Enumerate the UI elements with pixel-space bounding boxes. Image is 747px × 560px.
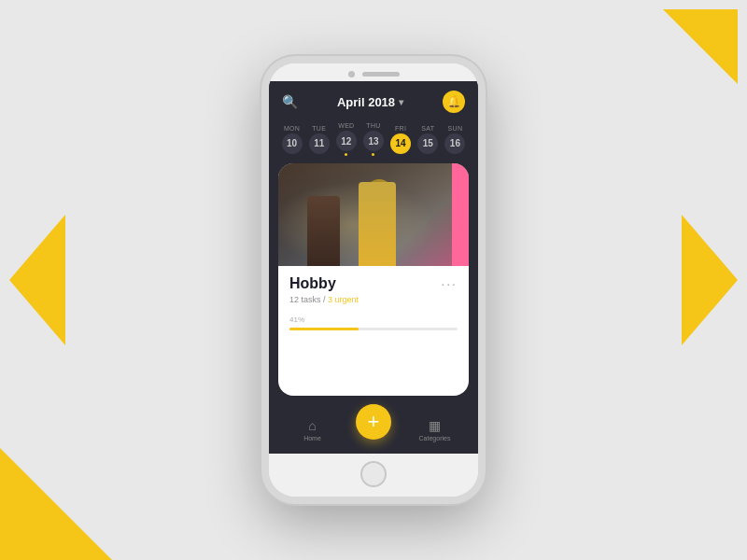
card-image [278,163,469,266]
cal-day-mon[interactable]: MON 10 [282,125,303,154]
svg-marker-1 [682,215,738,345]
cal-dot-thu [372,153,374,156]
cal-day-name-tue: TUE [312,125,326,132]
cal-day-sun[interactable]: SUN 16 [444,125,465,154]
urgent-count: 3 urgent [328,295,359,304]
progress-label: 41% [289,315,458,324]
header-title-area: April 2018 ▾ [337,95,403,109]
cal-day-num-wed: 12 [336,131,357,151]
cal-day-sat[interactable]: SAT 15 [417,125,438,154]
app-header: 🔍 April 2018 ▾ 🔔 [269,81,478,119]
phone-top-bar [269,63,478,81]
cal-day-wed[interactable]: WED 12 [336,122,357,156]
bottom-nav: ⌂ Home + ▦ Categories [269,405,478,454]
svg-marker-0 [9,215,65,345]
cal-day-name-fri: FRI [395,125,406,132]
card-title: Hobby [289,275,336,292]
fab-plus-icon: + [368,410,380,434]
deco-corner-bottom-left [0,448,112,560]
cal-day-fri[interactable]: FRI 14 [390,125,411,154]
hobby-card[interactable]: Hobby ··· 12 tasks / 3 urgent 41% [278,163,469,396]
month-year-label: April 2018 [337,95,395,109]
cal-day-name-sat: SAT [421,125,434,132]
card-body: Hobby ··· 12 tasks / 3 urgent 41% [278,266,469,396]
calendar-strip: MON 10 TUE 11 WED 12 THU 13 FRI 14 [269,119,478,163]
progress-bar-fill [289,328,359,330]
cal-day-name-sun: SUN [448,125,463,132]
card-title-row: Hobby ··· [289,275,458,292]
card-menu-button[interactable]: ··· [441,276,458,291]
app-screen: 🔍 April 2018 ▾ 🔔 MON 10 TUE 11 WED 12 [269,81,478,454]
phone-camera [348,71,355,77]
cal-day-thu[interactable]: THU 13 [363,122,384,156]
cal-day-num-sun: 16 [444,133,465,154]
cal-day-name-thu: THU [366,122,380,129]
chevron-down-icon[interactable]: ▾ [399,97,403,107]
phone-bottom-bar [269,454,478,497]
nav-home[interactable]: ⌂ Home [269,418,356,441]
nav-categories[interactable]: ▦ Categories [391,418,478,441]
fab-add-button[interactable]: + [356,404,391,440]
notification-icon: 🔔 [447,95,461,108]
card-pink-stripe [452,163,469,266]
phone-frame: 🔍 April 2018 ▾ 🔔 MON 10 TUE 11 WED 12 [261,56,486,504]
progress-container: 41% [289,315,458,330]
cal-day-num-sat: 15 [417,133,438,154]
notification-button[interactable]: 🔔 [443,91,465,113]
phone-speaker [362,72,400,77]
categories-icon: ▦ [429,418,441,433]
cal-day-name-wed: WED [338,122,354,129]
deco-chevron-left [0,215,75,345]
progress-bar-bg [289,328,458,330]
card-subtitle: 12 tasks / 3 urgent [289,295,458,304]
cal-day-tue[interactable]: TUE 11 [309,125,330,154]
home-label: Home [303,435,321,441]
cal-day-num-mon: 10 [282,133,303,154]
categories-label: Categories [419,435,451,441]
tasks-count: 12 tasks [289,295,321,304]
cal-dot-wed [345,153,347,156]
cal-day-name-mon: MON [284,125,300,132]
cal-day-num-tue: 11 [309,133,330,154]
cal-day-num-thu: 13 [363,131,384,151]
deco-chevron-right [672,215,747,345]
home-button[interactable] [360,461,387,487]
figure-left [307,196,340,266]
cal-day-num-fri-active: 14 [390,133,411,154]
figure-right-legs [359,182,396,266]
app-content: Hobby ··· 12 tasks / 3 urgent 41% [269,163,478,405]
search-icon[interactable]: 🔍 [282,94,298,109]
deco-triangle-top-right [663,9,738,84]
home-icon: ⌂ [308,418,316,433]
